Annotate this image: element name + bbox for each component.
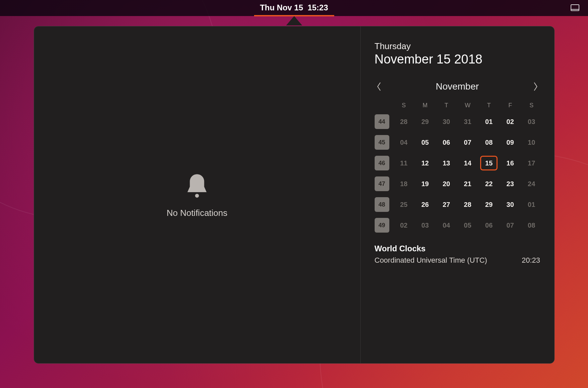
weekday-label: Thursday (375, 41, 540, 51)
calendar-day[interactable]: 12 (416, 156, 434, 170)
next-month-button[interactable] (531, 80, 540, 93)
week-number: 49 (375, 218, 389, 233)
weekday-header: T (438, 102, 455, 109)
calendar-day[interactable]: 05 (416, 135, 434, 150)
calendar-day[interactable]: 26 (416, 197, 434, 212)
world-clocks-heading: World Clocks (375, 244, 540, 253)
calendar-day[interactable]: 01 (523, 197, 540, 212)
calendar-day[interactable]: 31 (459, 114, 476, 129)
calendar-day[interactable]: 10 (523, 135, 540, 150)
calendar-day[interactable]: 06 (480, 218, 498, 233)
calendar-day[interactable]: 18 (395, 176, 413, 191)
calendar-day[interactable]: 30 (502, 197, 519, 212)
weekday-header: M (416, 102, 434, 109)
month-label: November (436, 81, 479, 92)
calendar-grid: SMTWTFS 44282930310102034504050607080910… (375, 102, 540, 233)
calendar-day[interactable]: 01 (480, 114, 498, 129)
calendar-day[interactable]: 13 (438, 156, 455, 170)
calendar-week-row: 4504050607080910 (375, 135, 540, 150)
week-number: 46 (375, 156, 389, 170)
weekday-header: S (523, 102, 540, 109)
month-navigation: November (375, 80, 540, 93)
popover-body: No Notifications Thursday November 15 20… (34, 26, 555, 364)
calendar-day[interactable]: 07 (502, 218, 519, 233)
full-date-label: November 15 2018 (375, 52, 540, 67)
calendar-day[interactable]: 28 (395, 114, 413, 129)
calendar-day[interactable]: 05 (459, 218, 476, 233)
calendar-day[interactable]: 21 (459, 176, 476, 191)
calendar-day[interactable]: 16 (502, 156, 519, 170)
calendar-day[interactable]: 11 (395, 156, 413, 170)
calendar-day[interactable]: 03 (416, 218, 434, 233)
svg-rect-0 (571, 5, 579, 11)
clock-button[interactable]: Thu Nov 15 15:23 (254, 0, 334, 16)
calendar-day[interactable]: 17 (523, 156, 540, 170)
calendar-day[interactable]: 04 (395, 135, 413, 150)
calendar-day[interactable]: 06 (438, 135, 455, 150)
calendar-day[interactable]: 08 (480, 135, 498, 150)
calendar-day[interactable]: 20 (438, 176, 455, 191)
calendar-week-row: 4611121314151617 (375, 156, 540, 170)
prev-month-button[interactable] (375, 80, 383, 93)
chevron-left-icon (377, 82, 381, 91)
datetime-popover: No Notifications Thursday November 15 20… (34, 16, 555, 364)
week-number: 48 (375, 197, 389, 212)
calendar-day[interactable]: 04 (438, 218, 455, 233)
calendar-day[interactable]: 02 (502, 114, 519, 129)
calendar-day-today[interactable]: 15 (480, 156, 498, 170)
system-tray (570, 4, 580, 12)
calendar-day[interactable]: 30 (438, 114, 455, 129)
calendar-day[interactable]: 08 (523, 218, 540, 233)
no-notifications-label: No Notifications (167, 208, 227, 218)
top-bar: Thu Nov 15 15:23 (0, 0, 588, 16)
weeknum-header-spacer (375, 102, 391, 109)
week-number: 44 (375, 114, 389, 129)
calendar-day[interactable]: 29 (480, 197, 498, 212)
svg-point-2 (195, 193, 199, 197)
calendar-day[interactable]: 07 (459, 135, 476, 150)
calendar-day[interactable]: 02 (395, 218, 413, 233)
calendar-day[interactable]: 24 (523, 176, 540, 191)
calendar-week-row: 4428293031010203 (375, 114, 540, 129)
calendar-day[interactable]: 29 (416, 114, 434, 129)
calendar-day[interactable]: 28 (459, 197, 476, 212)
calendar-week-row: 4902030405060708 (375, 218, 540, 233)
weekday-header: S (395, 102, 413, 109)
weekday-header: F (502, 102, 519, 109)
calendar-day[interactable]: 03 (523, 114, 540, 129)
weekday-header-row: SMTWTFS (375, 102, 540, 109)
calendar-day[interactable]: 25 (395, 197, 413, 212)
world-clock-time: 20:23 (522, 256, 540, 265)
popover-arrow (286, 16, 302, 25)
week-number: 45 (375, 135, 389, 150)
workspace-switcher-icon[interactable] (570, 4, 580, 12)
weekday-header: T (480, 102, 498, 109)
calendar-day[interactable]: 27 (438, 197, 455, 212)
calendar-pane: Thursday November 15 2018 November SMTWT… (361, 26, 554, 363)
calendar-week-row: 4825262728293001 (375, 197, 540, 212)
calendar-week-row: 4718192021222324 (375, 176, 540, 191)
bell-icon (183, 172, 211, 202)
calendar-day[interactable]: 22 (480, 176, 498, 191)
chevron-right-icon (533, 82, 538, 91)
calendar-day[interactable]: 19 (416, 176, 434, 191)
notifications-pane: No Notifications (34, 26, 361, 363)
weekday-header: W (459, 102, 476, 109)
calendar-day[interactable]: 09 (502, 135, 519, 150)
calendar-day[interactable]: 23 (502, 176, 519, 191)
calendar-day[interactable]: 14 (459, 156, 476, 170)
world-clocks-section: World Clocks Coordinated Universal Time … (375, 244, 540, 265)
world-clock-row[interactable]: Coordinated Universal Time (UTC)20:23 (375, 256, 540, 265)
week-number: 47 (375, 176, 389, 191)
calendar-weeks: 4428293031010203450405060708091046111213… (375, 114, 540, 233)
world-clock-label: Coordinated Universal Time (UTC) (375, 256, 487, 265)
